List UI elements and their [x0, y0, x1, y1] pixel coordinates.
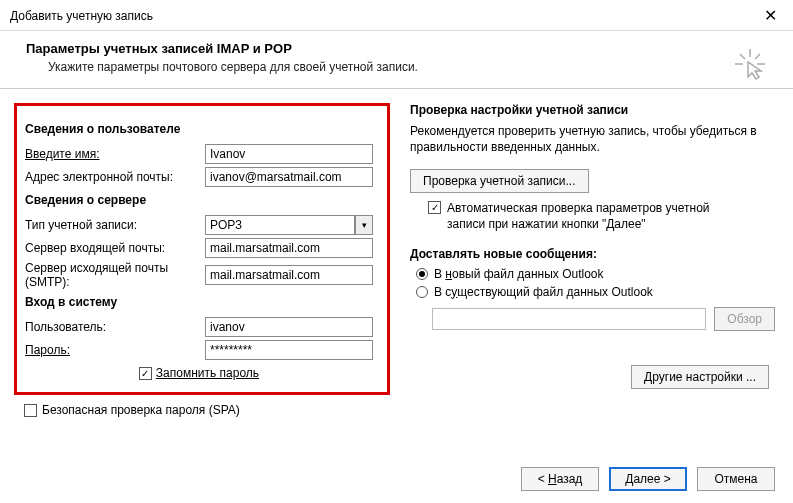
- outgoing-server-label: Сервер исходящей почты (SMTP):: [25, 261, 205, 289]
- email-input[interactable]: [205, 167, 373, 187]
- user-info-heading: Сведения о пользователе: [25, 122, 373, 136]
- outgoing-server-input[interactable]: [205, 265, 373, 285]
- wizard-icon: [733, 47, 767, 84]
- window-title: Добавить учетную запись: [10, 9, 153, 23]
- test-desc: Рекомендуется проверить учетную запись, …: [410, 123, 775, 155]
- delivery-existing-label: В существующий файл данных Outlook: [434, 285, 653, 299]
- test-heading: Проверка настройки учетной записи: [410, 103, 775, 117]
- svg-line-3: [740, 54, 745, 59]
- close-icon[interactable]: ✕: [758, 6, 783, 26]
- back-button[interactable]: < Назад: [521, 467, 599, 491]
- other-settings-button[interactable]: Другие настройки ...: [631, 365, 769, 389]
- email-label: Адрес электронной почты:: [25, 170, 205, 184]
- name-label: Введите имя:: [25, 147, 205, 161]
- spa-checkbox[interactable]: [24, 404, 37, 417]
- page-title: Параметры учетных записей IMAP и POP: [26, 41, 773, 56]
- password-label: Пароль:: [25, 343, 205, 357]
- existing-file-input: [432, 308, 706, 330]
- incoming-server-label: Сервер входящей почты:: [25, 241, 205, 255]
- page-subtitle: Укажите параметры почтового сервера для …: [48, 60, 773, 74]
- delivery-heading: Доставлять новые сообщения:: [410, 247, 775, 261]
- next-button[interactable]: Далее >: [609, 467, 687, 491]
- delivery-new-label: В новый файл данных Outlook: [434, 267, 604, 281]
- browse-button: Обзор: [714, 307, 775, 331]
- chevron-down-icon[interactable]: ▾: [355, 215, 373, 235]
- test-account-button[interactable]: Проверка учетной записи...: [410, 169, 589, 193]
- username-label: Пользователь:: [25, 320, 205, 334]
- username-input[interactable]: [205, 317, 373, 337]
- incoming-server-input[interactable]: [205, 238, 373, 258]
- remember-password-label: Запомнить пароль: [156, 366, 259, 380]
- svg-line-4: [755, 54, 760, 59]
- auto-test-label: Автоматическая проверка параметров учетн…: [447, 201, 727, 232]
- account-type-label: Тип учетной записи:: [25, 218, 205, 232]
- delivery-new-radio[interactable]: [416, 268, 428, 280]
- highlighted-region: Сведения о пользователе Введите имя: Адр…: [14, 103, 390, 395]
- auto-test-checkbox[interactable]: ✓: [428, 201, 441, 214]
- name-input[interactable]: [205, 144, 373, 164]
- spa-label: Безопасная проверка пароля (SPA): [42, 403, 240, 417]
- cancel-button[interactable]: Отмена: [697, 467, 775, 491]
- remember-password-checkbox[interactable]: ✓: [139, 367, 152, 380]
- server-info-heading: Сведения о сервере: [25, 193, 373, 207]
- password-input[interactable]: [205, 340, 373, 360]
- delivery-existing-radio[interactable]: [416, 286, 428, 298]
- account-type-select[interactable]: [205, 215, 355, 235]
- login-heading: Вход в систему: [25, 295, 373, 309]
